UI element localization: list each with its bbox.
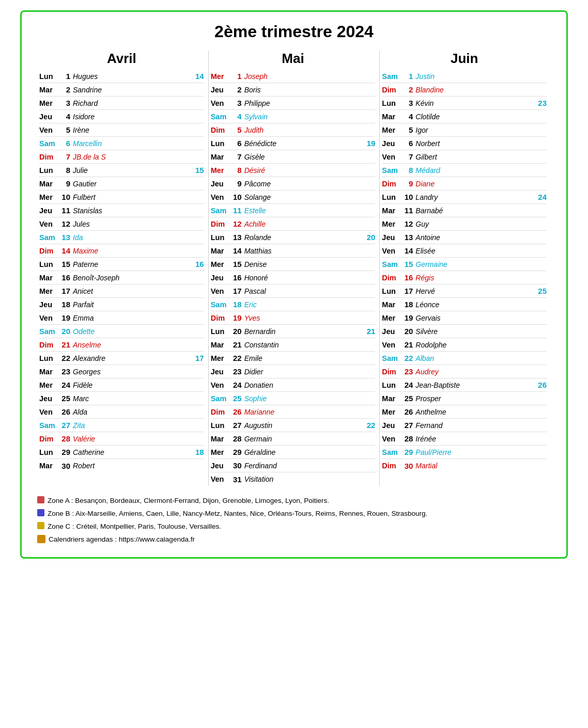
saint-name: Matthias [244, 247, 364, 255]
day-of-week: Mar [39, 86, 58, 94]
day-number: 10 [229, 193, 242, 201]
day-row: Dim19Yves [211, 311, 376, 325]
zone-color-B [37, 509, 44, 516]
day-of-week: Mar [211, 153, 229, 161]
month-title: Mai [211, 51, 376, 67]
day-of-week: Dim [382, 180, 400, 188]
day-of-week: Dim [39, 153, 58, 161]
saint-name: Sophie [244, 394, 364, 403]
day-number: 17 [58, 287, 70, 295]
day-row: Mer26Anthelme [382, 405, 547, 419]
day-number: 9 [400, 179, 413, 188]
day-number: 9 [229, 179, 242, 188]
day-number: 30 [400, 462, 413, 470]
day-row: Sam13Ida [39, 231, 204, 244]
saint-name: Jules [73, 220, 193, 228]
day-number: 26 [400, 407, 413, 416]
saint-name: Emile [244, 354, 364, 362]
day-of-week: Ven [211, 475, 229, 483]
week-number: 26 [535, 381, 547, 389]
day-of-week: Jeu [39, 300, 58, 309]
day-of-week: Jeu [211, 180, 229, 188]
day-row: Mer3Richard [39, 97, 204, 110]
saint-name: Irène [73, 126, 193, 134]
day-of-week: Ven [382, 435, 400, 443]
day-number: 28 [229, 434, 242, 443]
day-row: Mar30Robert [39, 459, 204, 472]
day-row: Ven28Irénée [382, 432, 547, 446]
saint-name: Eric [244, 300, 364, 309]
day-of-week: Sam [382, 354, 400, 362]
day-of-week: Sam [382, 448, 400, 456]
day-row: Ven7Gilbert [382, 150, 547, 164]
day-row: Mer10Fulbert [39, 191, 204, 204]
day-of-week: Mar [382, 300, 400, 309]
saint-name: Silvère [415, 327, 535, 336]
day-number: 22 [400, 354, 413, 362]
week-number: 15 [193, 166, 204, 175]
saint-name: Isidore [73, 113, 193, 121]
day-number: 11 [58, 206, 70, 215]
saint-name: Gilbert [415, 153, 535, 161]
day-row: Dim12Achille [211, 217, 376, 231]
legend-text: Zone B : Aix-Marseille, Amiens, Caen, Li… [48, 508, 427, 520]
day-of-week: Jeu [382, 327, 400, 336]
week-number: 20 [364, 233, 375, 242]
month-avril: AvrilLun1Hugues14Mar2SandrineMer3Richard… [37, 51, 209, 486]
day-number: 3 [58, 99, 70, 107]
day-row: Jeu18Parfait [39, 298, 204, 311]
saint-name: Robert [73, 462, 193, 470]
week-number: 16 [193, 260, 204, 268]
day-of-week: Jeu [382, 233, 400, 242]
week-number: 14 [193, 72, 204, 81]
day-row: Ven21Rodolphe [382, 338, 547, 352]
saint-name: Marianne [244, 408, 364, 416]
day-number: 5 [400, 125, 413, 134]
saint-name: Sandrine [73, 86, 193, 94]
day-number: 15 [229, 260, 242, 268]
saint-name: Philippe [244, 99, 364, 107]
day-of-week: Dim [39, 435, 58, 443]
saint-name: Augustin [244, 421, 364, 430]
saint-name: Anicet [73, 287, 193, 295]
day-row: Sam18Eric [211, 298, 376, 311]
day-row: Mar14Matthias [211, 244, 376, 258]
saint-name: Igor [415, 126, 535, 134]
saint-name: Martial [415, 462, 535, 470]
day-number: 6 [229, 139, 242, 148]
day-row: Mar9Gautier [39, 177, 204, 191]
day-row: Dim7JB.de la S [39, 150, 204, 164]
day-number: 18 [58, 300, 70, 309]
day-row: Sam22Alban [382, 352, 547, 365]
legend-item: Zone A : Besançon, Bordeaux, Clermont-Fe… [37, 495, 551, 507]
month-mai: MaiMer1JosephJeu2BorisVen3PhilippeSam4Sy… [209, 51, 380, 486]
day-row: Mar11Barnabé [382, 204, 547, 217]
day-of-week: Jeu [211, 368, 229, 376]
day-number: 3 [400, 99, 413, 107]
day-number: 16 [229, 273, 242, 282]
day-of-week: Jeu [39, 113, 58, 121]
day-row: Dim30Martial [382, 459, 547, 472]
day-number: 25 [400, 394, 413, 403]
day-row: Jeu23Didier [211, 365, 376, 378]
day-number: 14 [58, 246, 70, 255]
day-number: 4 [400, 112, 413, 121]
saint-name: Géraldine [244, 448, 364, 456]
saint-name: Justin [415, 72, 535, 81]
day-row: Ven3Philippe [211, 97, 376, 110]
saint-name: Maxime [73, 247, 193, 255]
day-row: Mer19Gervais [382, 311, 547, 325]
day-number: 27 [400, 421, 413, 430]
day-number: 22 [229, 354, 242, 362]
saint-name: Bénédicte [244, 139, 364, 148]
day-of-week: Sam [211, 207, 229, 215]
saint-name: Anselme [73, 341, 193, 349]
day-number: 23 [58, 367, 70, 376]
day-number: 28 [58, 434, 70, 443]
day-row: Lun24Jean-Baptiste26 [382, 378, 547, 392]
saint-name: Sylvain [244, 113, 364, 121]
day-of-week: Lun [382, 99, 400, 107]
day-number: 27 [58, 421, 70, 430]
day-row: Mer17Anicet [39, 284, 204, 298]
day-number: 1 [229, 72, 242, 81]
